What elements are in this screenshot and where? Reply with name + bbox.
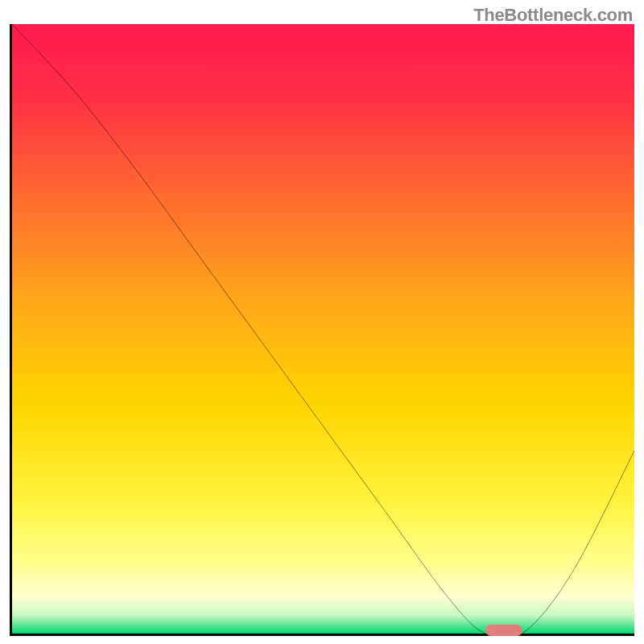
background-gradient: [12, 24, 634, 634]
svg-rect-0: [12, 24, 634, 634]
plot-area: [10, 24, 634, 636]
chart-container: TheBottleneck.com: [0, 0, 644, 644]
optimum-marker: [485, 625, 522, 636]
attribution-text: TheBottleneck.com: [473, 5, 633, 26]
